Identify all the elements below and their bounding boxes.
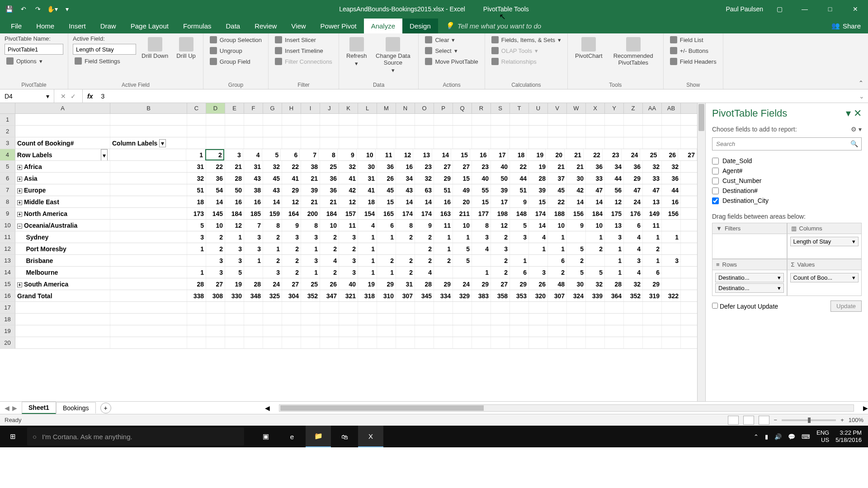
cell[interactable] <box>548 337 567 348</box>
cell[interactable] <box>605 126 624 137</box>
cell[interactable]: 154 <box>358 208 377 219</box>
cell[interactable] <box>301 325 320 337</box>
cell[interactable] <box>110 220 187 231</box>
tab-formulas[interactable]: Formulas <box>176 19 219 33</box>
cell[interactable] <box>624 325 643 337</box>
cell[interactable]: 27 <box>434 161 453 172</box>
cell[interactable]: 33 <box>643 173 662 184</box>
cell[interactable] <box>434 325 453 337</box>
cell[interactable] <box>586 314 605 325</box>
name-box-dropdown-icon[interactable]: ▾ <box>46 93 49 100</box>
enter-formula-icon[interactable]: ✓ <box>71 93 76 100</box>
zoom-out-icon[interactable]: − <box>774 417 778 423</box>
cell[interactable] <box>225 114 244 125</box>
row-header[interactable]: 20 <box>0 337 15 348</box>
cell[interactable] <box>415 337 434 348</box>
cell[interactable]: 16 <box>662 196 681 207</box>
cell[interactable]: 32 <box>643 161 662 172</box>
cell[interactable]: Sydney <box>15 231 110 243</box>
column-header[interactable]: L <box>358 103 377 113</box>
cell[interactable]: 4 <box>415 267 434 278</box>
cell[interactable]: 16 <box>244 196 263 207</box>
cell[interactable]: 2 <box>434 255 453 266</box>
cell[interactable] <box>491 114 510 125</box>
cell[interactable] <box>605 314 624 325</box>
cell[interactable]: 149 <box>643 208 662 219</box>
cell[interactable]: 5 <box>453 243 472 254</box>
cell[interactable]: 5 <box>567 243 586 254</box>
hscroll-right-icon[interactable]: ▶ <box>863 404 868 412</box>
cell[interactable]: 21 <box>320 196 339 207</box>
cell[interactable]: 10 <box>206 220 225 231</box>
cell[interactable]: 23 <box>415 161 434 172</box>
cell[interactable] <box>453 137 472 149</box>
cell[interactable] <box>624 114 643 125</box>
tab-page-layout[interactable]: Page Layout <box>123 19 176 33</box>
cell[interactable] <box>225 325 244 337</box>
cell[interactable]: 3 <box>339 231 358 243</box>
cell[interactable]: 40 <box>491 161 510 172</box>
cell[interactable] <box>282 114 301 125</box>
ribbon-display-options-icon[interactable]: ▢ <box>770 2 788 16</box>
cell[interactable] <box>396 302 415 313</box>
cell[interactable]: 19 <box>529 161 548 172</box>
cell[interactable]: 1 <box>187 243 206 254</box>
cell[interactable] <box>301 126 320 137</box>
cell[interactable] <box>624 302 643 313</box>
tab-draw[interactable]: Draw <box>93 19 123 33</box>
undo-icon[interactable]: ↶ <box>18 4 29 14</box>
cell[interactable]: 34 <box>605 161 624 172</box>
cell[interactable]: 1 <box>605 243 624 254</box>
cell[interactable] <box>510 137 529 149</box>
cell[interactable]: 36 <box>320 173 339 184</box>
cell[interactable] <box>339 337 358 348</box>
cell[interactable] <box>225 302 244 313</box>
cell[interactable] <box>415 137 434 149</box>
cell[interactable]: 30 <box>567 173 586 184</box>
cell[interactable]: 164 <box>282 208 301 219</box>
cell[interactable]: 39 <box>529 184 548 196</box>
cell[interactable]: 1 <box>586 231 605 243</box>
cell[interactable]: 1 <box>643 255 662 266</box>
column-header[interactable]: X <box>586 103 605 113</box>
row-header[interactable]: 12 <box>0 243 15 254</box>
cell[interactable]: 3 <box>339 255 358 266</box>
cell[interactable] <box>453 126 472 137</box>
cell[interactable] <box>244 314 263 325</box>
cell[interactable] <box>662 267 681 278</box>
cell[interactable] <box>206 337 225 348</box>
cell[interactable]: 18 <box>187 196 206 207</box>
cell[interactable] <box>624 314 643 325</box>
cell[interactable] <box>206 314 225 325</box>
cell[interactable]: 4 <box>472 243 491 254</box>
cell[interactable] <box>662 243 681 254</box>
cell[interactable]: 1 <box>358 243 377 254</box>
cell[interactable]: 28 <box>529 173 548 184</box>
cell[interactable] <box>301 302 320 313</box>
cell[interactable]: 2 <box>206 231 225 243</box>
cell[interactable]: 211 <box>453 208 472 219</box>
drill-down-button[interactable]: Drill Down <box>139 35 171 61</box>
cell[interactable] <box>529 314 548 325</box>
cell[interactable]: 6 <box>377 220 396 231</box>
hscroll-left-icon[interactable]: ◀ <box>265 404 270 412</box>
cell[interactable] <box>187 325 206 337</box>
cell[interactable]: 352 <box>624 290 643 301</box>
cell[interactable] <box>472 114 491 125</box>
cell[interactable]: 2 <box>415 231 434 243</box>
cell[interactable]: 25 <box>640 149 659 160</box>
cell[interactable]: 352 <box>301 290 320 301</box>
cell[interactable] <box>225 137 244 149</box>
cell[interactable] <box>110 255 187 266</box>
cell[interactable] <box>263 325 282 337</box>
cancel-formula-icon[interactable]: ✕ <box>61 93 66 100</box>
cell[interactable] <box>15 114 110 125</box>
cell[interactable]: 10 <box>453 220 472 231</box>
cell[interactable]: 29 <box>377 278 396 290</box>
sheet-nav-prev-icon[interactable]: ◀ <box>5 404 9 412</box>
cell[interactable] <box>263 302 282 313</box>
cell[interactable]: 30 <box>358 161 377 172</box>
cell[interactable] <box>244 114 263 125</box>
column-header[interactable]: D <box>206 103 225 113</box>
cell[interactable] <box>472 137 491 149</box>
